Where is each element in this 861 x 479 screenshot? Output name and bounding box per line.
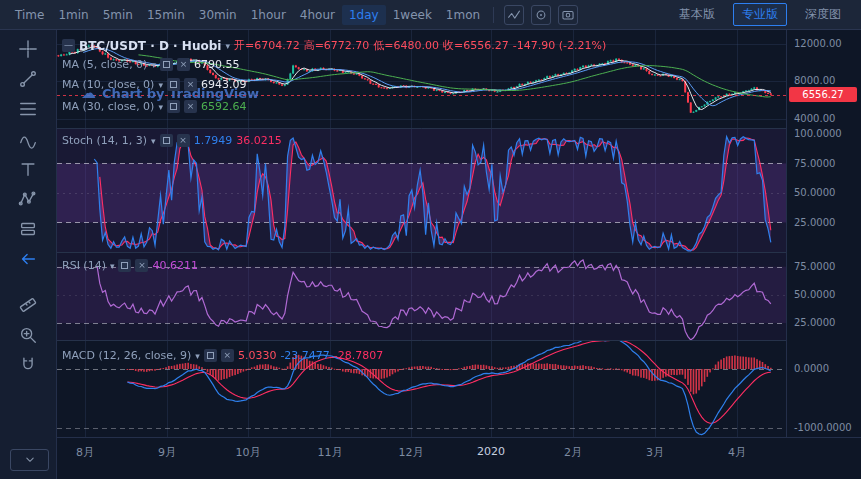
xabcd-pattern-icon — [18, 189, 38, 209]
timeframe-4hour[interactable]: 4hour — [293, 5, 342, 25]
depth-chart-button[interactable]: 深度图 — [797, 4, 849, 25]
caret-down-icon[interactable]: ▾ — [158, 102, 163, 112]
time-label: 2月 — [564, 445, 582, 460]
time-label-year: 2020 — [477, 445, 505, 458]
timeframe-1min[interactable]: 1min — [51, 5, 95, 25]
rsi-close-button[interactable]: × — [135, 259, 148, 272]
rsi-axis-label: 50.0000 — [794, 289, 835, 300]
timeframe-1mon[interactable]: 1mon — [439, 5, 487, 25]
toolbar-separator — [493, 7, 494, 23]
timeframe-time[interactable]: Time — [8, 5, 51, 25]
timeframe-1day[interactable]: 1day — [342, 5, 386, 25]
ma5-legend-row: MA (5, close, 0) ▾ × 6790.55 — [62, 58, 239, 71]
rsi-axis-label: 25.0000 — [794, 317, 835, 328]
magnet-icon — [18, 355, 38, 375]
text-icon — [18, 159, 38, 179]
macd-signal-value: -28.7807 — [334, 349, 383, 362]
caret-down-icon[interactable]: ▾ — [151, 60, 156, 70]
stoch-k-value: 1.7949 — [194, 134, 233, 147]
macd-legend-row: MACD (12, 26, close, 9) ▾ × 5.0330 -23.7… — [62, 349, 383, 362]
caret-down-icon[interactable]: ▾ — [195, 351, 200, 361]
macd-settings-button[interactable] — [204, 349, 217, 362]
macd-hist-value: 5.0330 — [238, 349, 277, 362]
zoom-in-tool[interactable] — [11, 320, 45, 350]
fib-retracement-icon — [18, 99, 38, 119]
gear-icon — [163, 137, 170, 144]
xabcd-pattern-tool[interactable] — [11, 184, 45, 214]
basic-version-button[interactable]: 基本版 — [671, 4, 723, 25]
time-axis[interactable]: 8月 9月 10月 11月 12月 2020 2月 3月 4月 — [57, 437, 861, 479]
pro-version-button[interactable]: 专业版 — [733, 3, 787, 26]
rsi-settings-button[interactable] — [118, 259, 131, 272]
timeframe-30min[interactable]: 30min — [192, 5, 244, 25]
ma10-close-button[interactable]: × — [184, 78, 197, 91]
ma5-label[interactable]: MA (5, close, 0) — [62, 58, 147, 71]
stoch-legend-row: Stoch (14, 1, 3) ▾ × 1.7949 36.0215 — [62, 134, 282, 147]
price-axis-label: 4000.00 — [794, 113, 835, 124]
gear-icon — [170, 103, 177, 110]
timeframe-5min[interactable]: 5min — [96, 5, 140, 25]
high-value: 高=6772.70 — [304, 38, 370, 53]
scroll-down-button[interactable] — [10, 449, 49, 471]
top-toolbar: Time 1min 5min 15min 30min 1hour 4hour 1… — [0, 0, 861, 30]
macd-label[interactable]: MACD (12, 26, close, 9) — [62, 349, 191, 362]
camera-icon — [561, 8, 575, 22]
long-position-tool[interactable] — [11, 214, 45, 244]
gear-icon — [170, 81, 177, 88]
macd-close-button[interactable]: × — [221, 349, 234, 362]
ma30-value: 6592.64 — [201, 100, 247, 113]
time-label: 12月 — [399, 445, 424, 460]
trend-line-tool[interactable] — [11, 64, 45, 94]
price-axis[interactable]: 12000.00 8000.00 4000.00 6556.27 100.000… — [786, 30, 861, 437]
rsi-label[interactable]: RSI (14) — [62, 259, 106, 272]
crosshair-tool[interactable] — [11, 34, 45, 64]
ma10-settings-button[interactable] — [167, 78, 180, 91]
ma5-settings-button[interactable] — [160, 58, 173, 71]
gear-icon — [163, 61, 170, 68]
low-value: 低=6480.00 — [373, 38, 439, 53]
fib-retracement-tool[interactable] — [11, 94, 45, 124]
trading-terminal: Time 1min 5min 15min 30min 1hour 4hour 1… — [0, 0, 861, 479]
chart-style-button[interactable] — [504, 5, 524, 25]
view-mode-buttons: 基本版 专业版 深度图 — [671, 3, 853, 26]
ma30-label[interactable]: MA (30, close, 0) — [62, 100, 154, 113]
caret-down-icon[interactable]: ▾ — [158, 80, 163, 90]
caret-down-icon[interactable]: ▾ — [151, 136, 156, 146]
collapse-toolbar-button[interactable] — [11, 244, 45, 274]
caret-down-icon[interactable]: ▾ — [110, 261, 115, 271]
rsi-axis-label: 75.0000 — [794, 261, 835, 272]
macd-axis-label: 0.0000 — [794, 363, 829, 374]
ma30-close-button[interactable]: × — [184, 100, 197, 113]
symbol-title[interactable]: BTC/USDT · D · Huobi — [79, 39, 221, 53]
ma30-legend-row: MA (30, close, 0) ▾ × 6592.64 — [62, 100, 246, 113]
collapse-legend-button[interactable]: — — [62, 39, 75, 52]
stoch-close-button[interactable]: × — [177, 134, 190, 147]
stoch-d-value: 36.0215 — [236, 134, 282, 147]
timeframe-1week[interactable]: 1week — [386, 5, 439, 25]
ma30-settings-button[interactable] — [167, 100, 180, 113]
open-value: 开=6704.72 — [234, 38, 300, 53]
indicator-button[interactable] — [531, 5, 551, 25]
ma5-close-button[interactable]: × — [177, 58, 190, 71]
time-label: 4月 — [728, 445, 746, 460]
stoch-axis-label: 50.0000 — [794, 187, 835, 198]
brush-tool[interactable] — [11, 124, 45, 154]
ma10-label[interactable]: MA (10, close, 0) — [62, 78, 154, 91]
stoch-label[interactable]: Stoch (14, 1, 3) — [62, 134, 147, 147]
time-label: 10月 — [236, 445, 261, 460]
timeframe-15min[interactable]: 15min — [140, 5, 192, 25]
brush-icon — [18, 129, 38, 149]
rsi-legend-row: RSI (14) ▾ × 40.6211 — [62, 259, 198, 272]
stoch-settings-button[interactable] — [160, 134, 173, 147]
ma5-value: 6790.55 — [194, 58, 240, 71]
ma10-value: 6943.09 — [201, 78, 247, 91]
screenshot-button[interactable] — [558, 5, 578, 25]
price-chart-canvas[interactable] — [57, 30, 786, 437]
time-label: 3月 — [646, 445, 664, 460]
text-tool[interactable] — [11, 154, 45, 184]
caret-down-icon[interactable]: ▾ — [225, 41, 230, 51]
ruler-tool[interactable] — [11, 290, 45, 320]
magnet-tool[interactable] — [11, 350, 45, 380]
gear-icon — [121, 262, 128, 269]
timeframe-1hour[interactable]: 1hour — [244, 5, 293, 25]
